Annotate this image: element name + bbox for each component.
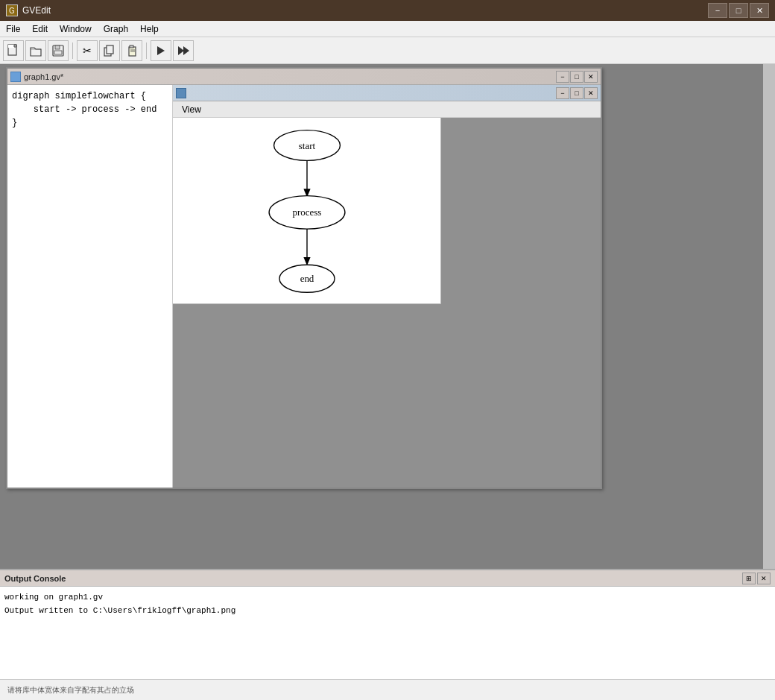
svg-marker-13 <box>183 46 189 55</box>
doc-window-title-group: graph1.gv* <box>10 72 63 82</box>
doc-window-controls: − □ ✕ <box>556 71 598 83</box>
graph-preview-window: − □ ✕ View <box>173 85 601 488</box>
console-line-2: Output written to C:\Users\friklogff\gra… <box>4 605 771 618</box>
code-line-3: } <box>12 116 168 130</box>
graph-preview-title-group <box>176 88 186 98</box>
doc-window-title-text: graph1.gv* <box>24 72 63 81</box>
bottom-status-text: 请将库中体宽体来自字配有其占的立场 <box>7 685 134 696</box>
graph-preview-content: start process <box>173 118 601 488</box>
toolbar-separator-2 <box>146 42 147 59</box>
close-button[interactable]: ✕ <box>750 3 769 18</box>
output-console-title-text: Output Console <box>4 574 66 583</box>
preview-minimize-button[interactable]: − <box>556 87 569 99</box>
svg-rect-6 <box>107 45 113 54</box>
doc-minimize-button[interactable]: − <box>556 71 569 83</box>
open-button[interactable] <box>25 40 46 61</box>
right-scrollbar[interactable] <box>763 64 775 590</box>
app-body: graph1.gv* − □ ✕ digraph simpleflowchart… <box>0 64 775 700</box>
graph-canvas: start process <box>173 118 441 304</box>
svg-marker-12 <box>178 46 184 55</box>
app-icon: G <box>6 4 18 16</box>
output-console-controls: ⊞ ✕ <box>742 573 771 584</box>
bottom-status-bar: 请将库中体宽体来自字配有其占的立场 <box>0 679 775 700</box>
svg-text:start: start <box>299 140 316 151</box>
menu-bar: File Edit Window Graph Help <box>0 21 775 37</box>
svg-text:process: process <box>293 206 322 218</box>
menu-help[interactable]: Help <box>134 22 165 36</box>
menu-window[interactable]: Window <box>54 22 98 36</box>
menu-edit[interactable]: Edit <box>26 22 54 36</box>
console-line-1: working on graph1.gv <box>4 591 771 605</box>
title-bar: G GVEdit − □ ✕ <box>0 0 775 21</box>
output-console: Output Console ⊞ ✕ working on graph1.gv … <box>0 569 775 679</box>
graph-preview-titlebar: − □ ✕ <box>173 85 601 101</box>
doc-maximize-button[interactable]: □ <box>570 71 583 83</box>
new-button[interactable] <box>3 40 24 61</box>
code-line-2: start -> process -> end <box>12 103 168 116</box>
menu-file[interactable]: File <box>0 22 26 36</box>
run-button[interactable] <box>151 40 171 61</box>
doc-content: digraph simpleflowchart { start -> proce… <box>7 85 601 488</box>
preview-maximize-button[interactable]: □ <box>570 87 583 99</box>
run-all-button[interactable] <box>173 40 194 61</box>
cut-button[interactable]: ✂ <box>77 40 98 61</box>
svg-marker-21 <box>303 257 310 265</box>
copy-button[interactable] <box>99 40 120 61</box>
title-bar-controls: − □ ✕ <box>708 3 769 18</box>
toolbar-separator-1 <box>72 42 73 59</box>
preview-close-button[interactable]: ✕ <box>584 87 598 99</box>
output-console-titlebar: Output Console ⊞ ✕ <box>0 570 775 587</box>
menu-graph[interactable]: Graph <box>98 22 134 36</box>
graph-preview-menubar: View <box>173 101 601 118</box>
doc-window-titlebar: graph1.gv* − □ ✕ <box>7 69 601 85</box>
save-button[interactable] <box>48 40 69 61</box>
console-restore-button[interactable]: ⊞ <box>742 573 756 584</box>
code-editor[interactable]: digraph simpleflowchart { start -> proce… <box>7 85 173 488</box>
document-window: graph1.gv* − □ ✕ digraph simpleflowchart… <box>6 67 602 489</box>
paste-button[interactable] <box>121 40 142 61</box>
svg-rect-3 <box>55 45 60 49</box>
maximize-button[interactable]: □ <box>729 3 748 18</box>
graph-preview-controls: − □ ✕ <box>556 87 598 99</box>
title-bar-left: G GVEdit <box>6 4 51 16</box>
console-close-button[interactable]: ✕ <box>757 573 771 584</box>
output-console-content: working on graph1.gv Output written to C… <box>0 587 775 622</box>
svg-rect-8 <box>130 45 133 48</box>
svg-text:end: end <box>300 273 314 284</box>
minimize-button[interactable]: − <box>708 3 727 18</box>
flowchart-svg: start process <box>173 118 441 304</box>
doc-close-button[interactable]: ✕ <box>584 71 598 83</box>
doc-window-icon <box>10 72 21 82</box>
app-wrapper: G GVEdit − □ ✕ File Edit Window Graph He… <box>0 0 775 700</box>
app-title: GVEdit <box>22 5 51 16</box>
code-line-1: digraph simpleflowchart { <box>12 89 168 103</box>
toolbar: ✂ <box>0 37 775 64</box>
svg-rect-1 <box>8 45 14 48</box>
svg-marker-11 <box>157 46 165 55</box>
svg-rect-4 <box>54 51 62 54</box>
preview-view-menu[interactable]: View <box>176 103 207 116</box>
graph-preview-icon <box>176 88 186 98</box>
